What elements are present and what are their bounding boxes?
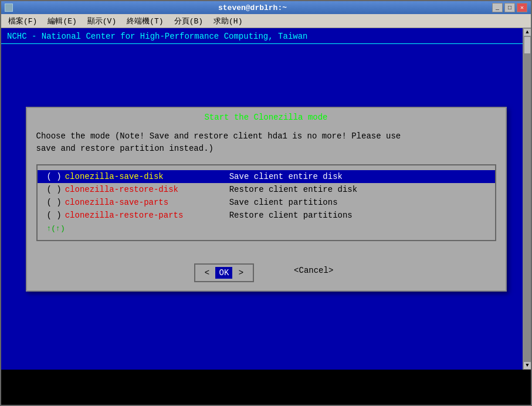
- menu-view[interactable]: 顯示(V): [83, 15, 121, 28]
- option-radio-restore-disk: ( ): [47, 185, 62, 194]
- scroll-down-button[interactable]: ▼: [523, 361, 531, 370]
- dialog-spacer: [27, 246, 506, 258]
- cancel-label: <Cancel>: [294, 266, 333, 275]
- dialog-buttons: < OK > <Cancel>: [27, 258, 506, 290]
- scroll-up-button[interactable]: ▲: [523, 28, 531, 36]
- window-title: steven@drblrh:~: [13, 4, 492, 12]
- option-radio-restore-parts: ( ): [47, 211, 62, 220]
- ok-label: OK: [215, 267, 232, 279]
- close-button[interactable]: ✕: [517, 3, 527, 12]
- minimize-button[interactable]: _: [492, 3, 503, 12]
- option-desc-restore-disk: Restore client entire disk: [229, 185, 357, 194]
- option-name-save-disk: clonezilla-save-disk: [65, 172, 229, 181]
- option-radio-save-disk: ( ): [47, 172, 62, 181]
- clonezilla-dialog: Start the Clonezilla mode Choose the mod…: [26, 107, 507, 292]
- options-hint: ↑(↑): [38, 222, 495, 235]
- terminal-window: steven@drblrh:~ _ □ ✕ 檔案(F) 編輯(E) 顯示(V) …: [0, 0, 532, 406]
- scroll-thumb[interactable]: [524, 36, 531, 54]
- ok-button[interactable]: < OK >: [194, 263, 254, 282]
- maximize-button[interactable]: □: [504, 3, 515, 12]
- menu-bar: 檔案(F) 編輯(E) 顯示(V) 終端機(T) 分頁(B) 求助(H): [1, 14, 531, 28]
- window-icon: [5, 4, 13, 12]
- menu-terminal[interactable]: 終端機(T): [122, 15, 168, 28]
- ok-suffix: >: [233, 268, 243, 278]
- scroll-track: [523, 36, 531, 361]
- option-name-restore-disk: clonezilla-restore-disk: [65, 185, 229, 194]
- option-name-restore-parts: clonezilla-restore-parts: [65, 211, 229, 220]
- scrollbar[interactable]: ▲ ▼: [523, 28, 531, 370]
- option-restore-disk[interactable]: ( ) clonezilla-restore-disk Restore clie…: [38, 183, 495, 196]
- terminal-area: NCHC - National Center for High-Performa…: [1, 28, 531, 370]
- option-desc-restore-parts: Restore client partitions: [229, 211, 353, 220]
- menu-file[interactable]: 檔案(F): [4, 15, 42, 28]
- terminal-bottom: [1, 370, 531, 405]
- menu-edit[interactable]: 編輯(E): [43, 15, 81, 28]
- ok-prefix: <: [205, 268, 215, 278]
- menu-tabs[interactable]: 分頁(B): [170, 15, 208, 28]
- dialog-description: Choose the mode (Note! Save and restore …: [27, 126, 506, 160]
- option-save-parts[interactable]: ( ) clonezilla-save-parts Save client pa…: [38, 196, 495, 209]
- title-bar: steven@drblrh:~ _ □ ✕: [1, 1, 531, 14]
- menu-help[interactable]: 求助(H): [209, 15, 247, 28]
- window-controls: _ □ ✕: [492, 3, 527, 12]
- option-desc-save-parts: Save client partitions: [229, 198, 338, 207]
- dialog-title: Start the Clonezilla mode: [27, 108, 506, 126]
- option-radio-save-parts: ( ): [47, 198, 62, 207]
- options-list: ( ) clonezilla-save-disk Save client ent…: [36, 164, 496, 241]
- dialog-overlay: Start the Clonezilla mode Choose the mod…: [1, 28, 531, 370]
- cancel-button[interactable]: <Cancel>: [289, 263, 338, 282]
- dialog-desc-line2: save and restore partition instead.): [36, 144, 214, 153]
- dialog-desc-line1: Choose the mode (Note! Save and restore …: [36, 131, 401, 141]
- option-name-save-parts: clonezilla-save-parts: [65, 198, 229, 207]
- option-save-disk[interactable]: ( ) clonezilla-save-disk Save client ent…: [38, 170, 495, 183]
- option-restore-parts[interactable]: ( ) clonezilla-restore-parts Restore cli…: [38, 209, 495, 222]
- option-desc-save-disk: Save client entire disk: [229, 172, 343, 181]
